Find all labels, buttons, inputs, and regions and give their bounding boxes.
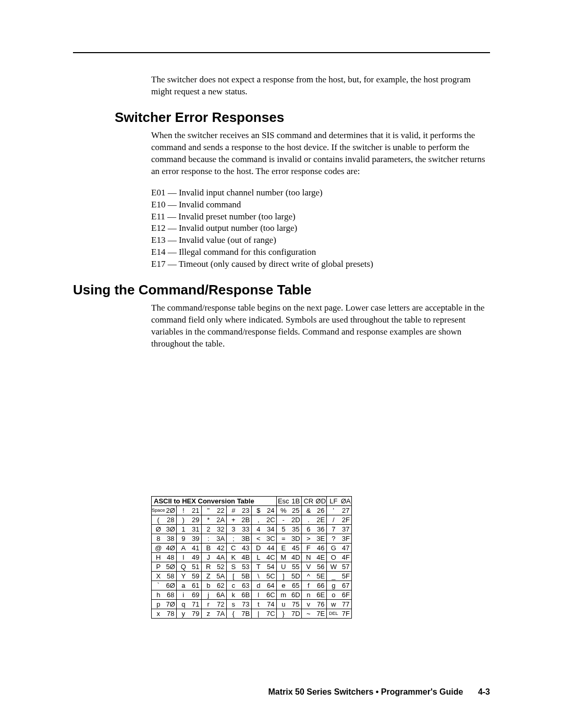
ascii-hex: 55 xyxy=(290,562,302,571)
ascii-hex: 5C xyxy=(265,571,277,581)
command-paragraph: The command/response table begins on the… xyxy=(151,302,490,350)
ascii-special-hex: ØD xyxy=(315,496,327,505)
ascii-hex: 65 xyxy=(290,581,302,590)
error-code-line: E12 — Invalid output number (too large) xyxy=(151,223,490,235)
ascii-row: H48I49J4AK4BL4CM4DN4EO4F xyxy=(152,552,352,562)
ascii-char: I xyxy=(177,552,190,562)
ascii-char: ) xyxy=(177,515,190,524)
ascii-hex: 73 xyxy=(240,599,252,609)
ascii-char: . xyxy=(302,515,315,524)
ascii-hex: 59 xyxy=(190,571,202,581)
ascii-char: r xyxy=(202,599,215,609)
ascii-hex: 51 xyxy=(190,562,202,571)
ascii-row: @4ØA41B42C43D44E45F46G47 xyxy=(152,543,352,552)
ascii-hex: 25 xyxy=(290,505,302,515)
ascii-hex: 39 xyxy=(190,534,202,543)
ascii-char: n xyxy=(302,590,315,599)
ascii-char: 1 xyxy=(177,524,190,534)
ascii-char: j xyxy=(202,590,215,599)
ascii-char: a xyxy=(177,581,190,590)
ascii-char: z xyxy=(202,609,215,618)
ascii-char: q xyxy=(177,599,190,609)
ascii-hex: 4B xyxy=(240,552,252,562)
ascii-char: DEL xyxy=(327,609,340,618)
ascii-hex: 3Ø xyxy=(165,524,177,534)
ascii-special-hex: 1B xyxy=(290,496,302,505)
ascii-hex: 34 xyxy=(265,524,277,534)
ascii-char: E xyxy=(277,543,290,552)
ascii-hex: 5Ø xyxy=(165,562,177,571)
ascii-hex: 45 xyxy=(290,543,302,552)
error-code-line: E17 — Timeout (only caused by direct wri… xyxy=(151,258,490,270)
ascii-char: Y xyxy=(177,571,190,581)
ascii-hex: 79 xyxy=(190,609,202,618)
ascii-char: & xyxy=(302,505,315,515)
ascii-hex: 72 xyxy=(215,599,227,609)
ascii-hex: 3E xyxy=(315,534,327,543)
error-code-line: E10 — Invalid command xyxy=(151,199,490,211)
ascii-hex: 6Ø xyxy=(165,581,177,590)
ascii-char: = xyxy=(277,534,290,543)
ascii-char: P xyxy=(152,562,165,571)
ascii-char: v xyxy=(302,599,315,609)
ascii-char: y xyxy=(177,609,190,618)
error-code-line: E13 — Invalid value (out of range) xyxy=(151,235,490,246)
ascii-char: u xyxy=(277,599,290,609)
ascii-char: s xyxy=(227,599,240,609)
ascii-char: d xyxy=(252,581,265,590)
error-code-line: E01 — Invalid input channel number (too … xyxy=(151,187,490,199)
ascii-hex: 58 xyxy=(165,571,177,581)
ascii-char: 5 xyxy=(277,524,290,534)
ascii-hex: 5E xyxy=(315,571,327,581)
ascii-char: Ø xyxy=(152,524,165,534)
ascii-char: i xyxy=(177,590,190,599)
ascii-hex: 22 xyxy=(215,505,227,515)
ascii-hex: 3C xyxy=(265,534,277,543)
ascii-hex: 23 xyxy=(240,505,252,515)
ascii-char: S xyxy=(227,562,240,571)
ascii-hex: 43 xyxy=(240,543,252,552)
ascii-char: $ xyxy=(252,505,265,515)
ascii-row: p7Øq71r72s73t74u75v76w77 xyxy=(152,599,352,609)
ascii-char: G xyxy=(327,543,340,552)
ascii-special-hex: ØA xyxy=(340,496,352,505)
ascii-char: { xyxy=(227,609,240,618)
ascii-hex: 27 xyxy=(340,505,352,515)
ascii-hex: 32 xyxy=(215,524,227,534)
ascii-hex: 71 xyxy=(190,599,202,609)
ascii-char: 6 xyxy=(302,524,315,534)
ascii-char: b xyxy=(202,581,215,590)
ascii-char: O xyxy=(327,552,340,562)
ascii-hex: 76 xyxy=(315,599,327,609)
ascii-hex: 4D xyxy=(290,552,302,562)
ascii-char: Z xyxy=(202,571,215,581)
ascii-hex: 77 xyxy=(340,599,352,609)
ascii-char: M xyxy=(277,552,290,562)
ascii-char: ] xyxy=(277,571,290,581)
ascii-hex: 42 xyxy=(215,543,227,552)
ascii-char: N xyxy=(302,552,315,562)
ascii-hex: 6D xyxy=(290,590,302,599)
ascii-char: 3 xyxy=(227,524,240,534)
ascii-hex: 69 xyxy=(190,590,202,599)
error-code-line: E14 — Illegal command for this configura… xyxy=(151,246,490,258)
ascii-row: X58Y59Z5A[5B\5C]5D^5E_5F xyxy=(152,571,352,581)
ascii-hex: 66 xyxy=(315,581,327,590)
ascii-hex: 2D xyxy=(290,515,302,524)
ascii-char: k xyxy=(227,590,240,599)
ascii-char: J xyxy=(202,552,215,562)
ascii-char: 8 xyxy=(152,534,165,543)
ascii-char: - xyxy=(277,515,290,524)
ascii-hex: 4C xyxy=(265,552,277,562)
ascii-hex: 6C xyxy=(265,590,277,599)
ascii-row: h68i69j6Ak6Bl6Cm6Dn6Eo6F xyxy=(152,590,352,599)
ascii-char: ? xyxy=(327,534,340,543)
ascii-hex: 2F xyxy=(340,515,352,524)
ascii-row: (28)29*2A+2B,2C-2D.2E/2F xyxy=(152,515,352,524)
ascii-hex: 6F xyxy=(340,590,352,599)
ascii-hex: 67 xyxy=(340,581,352,590)
ascii-char: h xyxy=(152,590,165,599)
ascii-row: Ø3Ø131232333434535636737 xyxy=(152,524,352,534)
ascii-hex: 78 xyxy=(165,609,177,618)
ascii-row: Space2Ø!21"22#23$24%25&26'27 xyxy=(152,505,352,515)
